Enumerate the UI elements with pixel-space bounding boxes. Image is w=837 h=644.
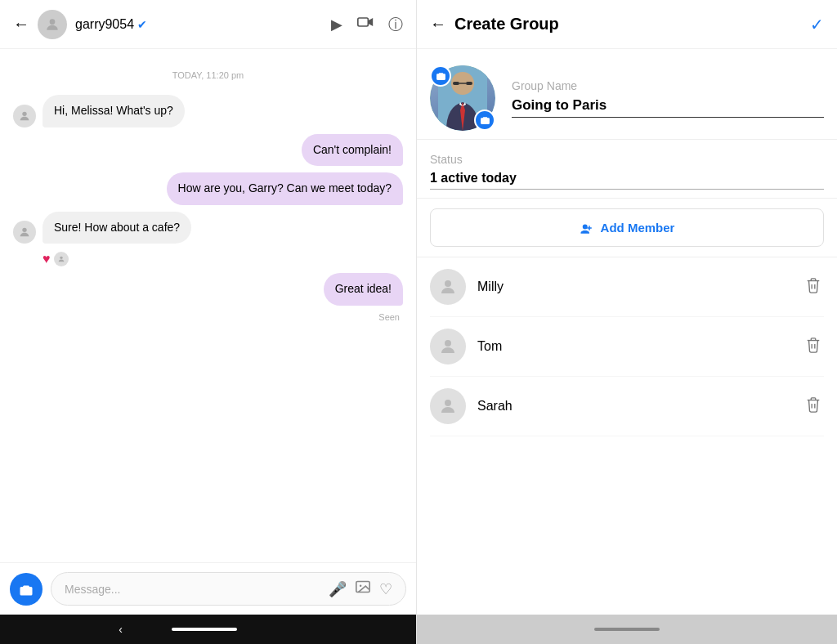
svg-rect-6 (356, 581, 369, 592)
message-bubble: How are you, Garry? Can we meet today? (167, 172, 403, 205)
message-input-wrap[interactable]: Message... 🎤 ♡ (51, 572, 406, 606)
svg-rect-11 (466, 82, 472, 85)
svg-point-19 (445, 340, 451, 347)
group-photo-area: Group Name Going to Paris (417, 49, 837, 140)
svg-point-5 (60, 257, 62, 259)
svg-point-22 (445, 400, 451, 406)
upload-photo-button[interactable] (474, 110, 495, 131)
group-name-area: Group Name Going to Paris (512, 79, 824, 118)
svg-marker-2 (368, 18, 373, 26)
message-bubble: Can't complain! (302, 134, 403, 167)
right-home-indicator (594, 628, 660, 631)
group-name-label: Group Name (512, 79, 824, 92)
message-placeholder[interactable]: Message... (65, 583, 320, 596)
svg-rect-10 (453, 82, 459, 85)
input-bar: Message... 🎤 ♡ (0, 562, 416, 615)
status-area: Status 1 active today (417, 140, 837, 199)
right-back-button[interactable]: ← (430, 15, 446, 34)
sender-avatar (13, 221, 36, 244)
message-row: Can't complain! (13, 134, 403, 167)
svg-point-4 (22, 228, 26, 232)
right-bottom-navigation (417, 615, 837, 644)
member-row: Tom (430, 317, 824, 377)
video-icon[interactable] (357, 16, 374, 33)
sender-avatar (13, 105, 36, 127)
member-name: Milly (477, 280, 791, 294)
message-bubble: Great idea! (324, 273, 403, 306)
message-bubble: Sure! How about a cafe? (43, 212, 191, 244)
delete-member-button[interactable] (803, 274, 824, 301)
back-nav-chevron[interactable]: ‹ (119, 623, 123, 636)
reaction-avatar (54, 252, 69, 266)
add-member-button[interactable]: Add Member (430, 208, 824, 247)
right-panel: ← Create Group ✓ (417, 0, 837, 644)
delete-member-button[interactable] (803, 393, 824, 420)
message-row: Great idea! (13, 273, 403, 306)
add-member-label: Add Member (601, 221, 675, 235)
svg-rect-1 (358, 18, 369, 26)
group-avatar-wrap (430, 65, 495, 131)
upload-photo-button-top[interactable] (430, 65, 451, 87)
member-avatar (430, 269, 466, 305)
page-title: Create Group (454, 15, 802, 34)
member-name: Tom (477, 339, 791, 354)
bottom-navigation: ‹ (0, 615, 416, 644)
image-icon[interactable] (355, 579, 371, 598)
member-row: Milly (430, 257, 824, 317)
chat-header: ← garry9054 ✔ ▶ ⓘ (0, 0, 416, 49)
message-bubble: Hi, Melissa! What's up? (43, 95, 185, 127)
message-row: How are you, Garry? Can we meet today? (13, 172, 403, 205)
header-icons: ▶ ⓘ (331, 15, 403, 34)
reactions-row: ♥ (43, 252, 403, 266)
group-name-input[interactable]: Going to Paris (512, 97, 824, 118)
svg-point-0 (50, 19, 56, 25)
back-button[interactable]: ← (13, 15, 29, 34)
delete-member-button[interactable] (803, 333, 824, 360)
add-member-area: Add Member (417, 199, 837, 257)
member-name: Sarah (477, 399, 791, 414)
svg-point-7 (360, 585, 361, 587)
svg-point-3 (22, 111, 26, 115)
confirm-button[interactable]: ✓ (810, 15, 824, 34)
member-avatar (430, 329, 466, 364)
status-value[interactable]: 1 active today (430, 171, 824, 190)
message-row: Sure! How about a cafe? (13, 212, 403, 244)
message-row: Hi, Melissa! What's up? (13, 95, 403, 127)
heart-icon[interactable]: ♡ (379, 580, 392, 598)
left-panel: ← garry9054 ✔ ▶ ⓘ TODAY, 11:20 pm Hi, Me… (0, 0, 417, 644)
microphone-icon[interactable]: 🎤 (329, 580, 347, 598)
play-icon[interactable]: ▶ (331, 16, 342, 34)
home-indicator (172, 628, 237, 631)
member-row: Sarah (430, 377, 824, 436)
camera-button[interactable] (10, 573, 43, 606)
create-group-header: ← Create Group ✓ (417, 0, 837, 49)
chat-area: TODAY, 11:20 pm Hi, Melissa! What's up? … (0, 49, 416, 562)
user-avatar (38, 10, 67, 39)
date-label: TODAY, 11:20 pm (13, 70, 403, 80)
header-name-row: garry9054 ✔ (75, 17, 323, 32)
svg-point-16 (445, 280, 451, 287)
status-label: Status (430, 153, 824, 166)
member-avatar (430, 388, 466, 424)
members-list: Milly Tom Sarah (417, 257, 837, 615)
verified-badge: ✔ (137, 18, 147, 31)
heart-reaction: ♥ (43, 252, 51, 266)
info-icon[interactable]: ⓘ (388, 15, 403, 34)
chat-username: garry9054 (75, 17, 134, 32)
seen-label: Seen (13, 312, 400, 322)
